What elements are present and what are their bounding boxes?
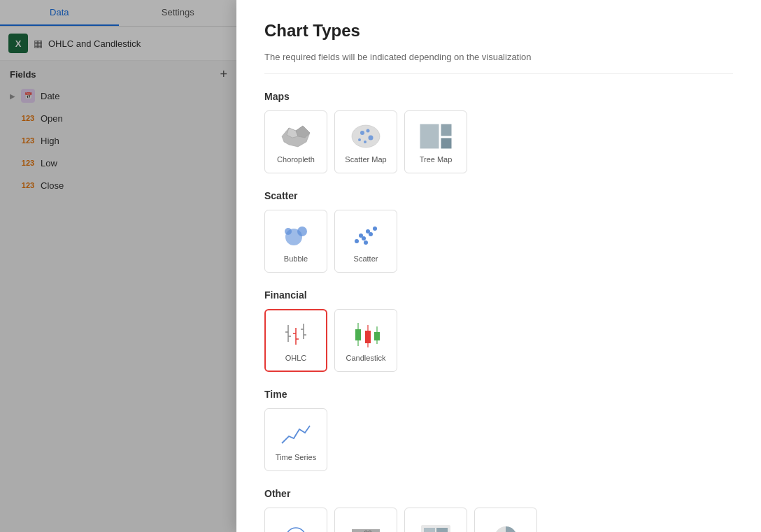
time-grid: Time Series [264, 408, 733, 471]
svg-rect-7 [441, 124, 452, 136]
svg-point-11 [285, 228, 292, 235]
scatter-map-preview [348, 121, 383, 152]
svg-point-0 [352, 125, 380, 148]
other2-preview: 20 [348, 522, 383, 533]
svg-rect-31 [365, 331, 371, 343]
choropleth-label: Choropleth [277, 155, 315, 164]
scatter-label: Scatter [354, 254, 378, 263]
tree-map-preview [418, 121, 453, 152]
ohlc-preview [278, 319, 313, 351]
section-other: Other [264, 488, 733, 499]
candlestick-label: Candlestick [346, 354, 386, 362]
bubble-label: Bubble [284, 254, 308, 263]
chart-item-bubble[interactable]: Bubble [264, 210, 327, 273]
svg-rect-29 [355, 329, 361, 340]
other3-preview [418, 522, 453, 533]
maps-grid: Choropleth Scatter Map [264, 110, 733, 173]
other-grid: 20 [264, 508, 733, 532]
modal-subtitle: The required fields will be indicated de… [264, 52, 733, 74]
section-financial: Financial [264, 289, 733, 301]
chart-item-ohlc[interactable]: OHLC [264, 309, 327, 372]
time-series-label: Time Series [276, 453, 316, 461]
svg-point-2 [367, 129, 370, 133]
svg-point-1 [360, 131, 364, 135]
chart-item-scatter-map[interactable]: Scatter Map [334, 110, 397, 173]
chart-item-tree-map[interactable]: Tree Map [404, 110, 467, 173]
financial-grid: OHLC Candle [264, 309, 733, 372]
svg-rect-6 [420, 124, 439, 149]
svg-point-14 [362, 236, 366, 240]
section-maps: Maps [264, 91, 733, 102]
other1-preview [278, 522, 313, 533]
svg-point-10 [297, 227, 307, 236]
other4-preview [488, 522, 523, 533]
modal-overlay: Chart Types The required fields will be … [0, 0, 761, 532]
tree-map-label: Tree Map [420, 155, 453, 164]
svg-point-17 [373, 227, 377, 231]
chart-item-choropleth[interactable]: Choropleth [264, 110, 327, 173]
svg-point-16 [369, 232, 373, 236]
svg-point-18 [364, 240, 368, 245]
choropleth-preview [278, 121, 313, 152]
candlestick-preview [348, 319, 383, 351]
modal-title: Chart Types [264, 21, 733, 41]
chart-item-time-series[interactable]: Time Series [264, 408, 327, 471]
svg-point-4 [358, 138, 361, 141]
bubble-preview [278, 220, 313, 252]
chart-item-candlestick[interactable]: Candlestick [334, 309, 397, 372]
scatter-preview [348, 220, 383, 252]
section-time: Time [264, 389, 733, 400]
svg-rect-41 [436, 528, 448, 532]
scatter-grid: Bubble Scatter [264, 210, 733, 273]
chart-item-other3[interactable] [404, 508, 467, 532]
chart-item-other1[interactable] [264, 508, 327, 532]
svg-point-5 [364, 141, 367, 143]
svg-point-3 [369, 136, 374, 141]
scatter-map-label: Scatter Map [345, 155, 386, 164]
svg-rect-8 [441, 138, 452, 149]
svg-point-12 [355, 239, 359, 243]
chart-item-scatter[interactable]: Scatter [334, 210, 397, 273]
svg-rect-40 [424, 528, 435, 532]
chart-item-other2[interactable]: 20 [334, 508, 397, 532]
ohlc-label-modal: OHLC [285, 354, 307, 362]
chart-types-modal: Chart Types The required fields will be … [236, 0, 761, 532]
svg-point-34 [286, 528, 306, 532]
section-scatter: Scatter [264, 190, 733, 201]
chart-item-other4[interactable] [474, 508, 537, 532]
time-series-preview [278, 419, 313, 450]
svg-rect-33 [374, 332, 380, 340]
